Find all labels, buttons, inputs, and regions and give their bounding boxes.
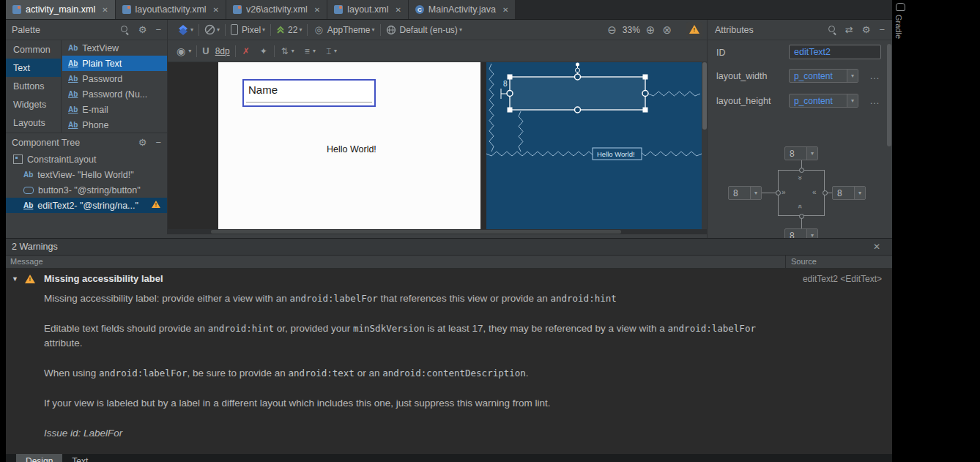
blueprint-textview-label: Hello World! <box>597 150 635 158</box>
api-level-selector[interactable]: 22 <box>288 25 297 35</box>
palette-item-phone[interactable]: AbPhone <box>62 117 167 133</box>
close-icon[interactable]: ✕ <box>873 242 880 252</box>
chevron-down-icon[interactable]: ▾ <box>806 229 817 238</box>
palette-category-widgets[interactable]: Widgets <box>6 95 61 113</box>
tab-label: layout\activity.xml <box>136 4 207 15</box>
zoom-fit-icon[interactable]: ⊗ <box>661 24 673 35</box>
search-icon[interactable] <box>120 25 130 34</box>
canvas-horizontal-scrollbar[interactable] <box>167 229 707 234</box>
canvas-vertical-scrollbar[interactable] <box>702 62 707 229</box>
tab-layout-xml[interactable]: layout.xml ✕ <box>327 0 409 19</box>
warning-title: Missing accessibility label <box>44 273 163 284</box>
swap-views-icon[interactable]: ⇄ <box>844 25 855 34</box>
chevron-down-icon[interactable]: ▾ <box>750 187 761 199</box>
close-icon[interactable]: ✕ <box>395 6 401 14</box>
close-icon[interactable]: ✕ <box>102 6 108 14</box>
autoconnect-icon[interactable]: U <box>202 45 209 56</box>
attributes-scrollbar[interactable] <box>887 44 891 146</box>
scrollbar-thumb[interactable] <box>211 230 621 234</box>
id-input[interactable]: editText2 <box>789 45 881 59</box>
canvas-textview-widget[interactable]: Hello World! <box>327 144 376 154</box>
design-surface-icon[interactable] <box>178 24 189 35</box>
gradle-tool-button[interactable]: Gradle <box>894 15 903 39</box>
warning-list-item[interactable]: ▼ Missing accessibility label editText2 … <box>6 269 892 287</box>
chevron-down-icon[interactable]: ▾ <box>847 94 858 107</box>
gear-icon[interactable]: ⚙ <box>137 138 149 147</box>
minimize-icon[interactable]: − <box>154 25 163 34</box>
warning-paragraph: When using android:labelFor, be sure to … <box>44 366 780 381</box>
chevron-down-icon[interactable]: ▾ <box>854 187 865 199</box>
selected-widget-outline[interactable] <box>510 77 645 110</box>
search-icon[interactable] <box>828 25 837 34</box>
chevron-down-icon: ▾ <box>313 48 316 54</box>
tab-activity-main-xml[interactable]: activity_main.xml ✕ <box>6 0 116 19</box>
theme-selector[interactable]: AppTheme <box>327 25 371 35</box>
close-icon[interactable]: ✕ <box>213 6 219 14</box>
layout-height-combo[interactable]: p_content ▾ <box>789 94 858 108</box>
column-divider[interactable] <box>785 256 786 268</box>
message-column-header[interactable]: Message <box>10 257 43 266</box>
margin-bottom-combo[interactable]: 8 ▾ <box>784 228 818 238</box>
palette-category-buttons[interactable]: Buttons <box>6 77 61 95</box>
view-options-icon[interactable]: ◉ <box>175 46 187 56</box>
locale-selector[interactable]: Default (en-us) <box>400 25 458 35</box>
guidelines-icon[interactable]: ⌶ <box>324 47 333 56</box>
constraint-anchor-right[interactable] <box>823 190 828 195</box>
constraint-anchor-left[interactable] <box>776 190 781 195</box>
align-icon[interactable]: ≡ <box>303 47 311 56</box>
palette-panel: Common Text Buttons Widgets Layouts AbTe… <box>6 40 167 133</box>
show-warnings-button[interactable] <box>686 22 702 38</box>
zoom-in-icon[interactable]: ⊕ <box>645 24 657 35</box>
minimize-icon[interactable]: − <box>877 25 886 34</box>
layout-width-more-button[interactable]: ... <box>870 71 880 81</box>
palette-item-password-numeric[interactable]: AbPassword (Nu... <box>62 86 167 102</box>
gear-icon[interactable]: ⚙ <box>137 25 149 34</box>
top-anchor-dot[interactable] <box>576 68 580 72</box>
chevron-down-icon[interactable]: ▾ <box>847 70 858 82</box>
palette-category-common[interactable]: Common <box>6 40 61 59</box>
margin-left-combo[interactable]: 8 ▾ <box>728 186 762 200</box>
margin-top-combo[interactable]: 8 ▾ <box>784 146 818 160</box>
blueprint-mode-icon[interactable] <box>204 24 215 35</box>
clear-constraints-icon[interactable]: ✗ <box>241 47 251 56</box>
zoom-out-icon[interactable]: ⊖ <box>606 24 618 35</box>
tab-text[interactable]: Text <box>62 454 97 462</box>
close-icon[interactable]: ✕ <box>502 6 508 14</box>
canvas-edittext-widget[interactable]: Name <box>242 79 376 107</box>
gradle-icon <box>896 3 905 11</box>
tab-layout-activity-xml[interactable]: layout\activity.xml ✕ <box>116 0 226 19</box>
minimize-icon[interactable]: − <box>154 138 163 147</box>
infer-constraints-icon[interactable]: ✦ <box>259 47 269 56</box>
tab-v26-activity-xml[interactable]: v26\activity.xml ✕ <box>226 0 327 19</box>
tree-item-button3[interactable]: button3- "@string/button" <box>6 182 167 198</box>
palette-item-plain-text[interactable]: AbPlain Text <box>62 56 167 71</box>
layout-width-combo[interactable]: p_content ▾ <box>789 69 858 83</box>
tree-item-constraintlayout[interactable]: ConstraintLayout <box>6 152 167 167</box>
constraint-anchor-bottom[interactable] <box>799 214 804 219</box>
close-icon[interactable]: ✕ <box>314 6 320 14</box>
id-label: ID <box>716 48 726 58</box>
palette-category-text[interactable]: Text <box>6 59 61 77</box>
palette-item-email[interactable]: AbE-mail <box>62 102 167 117</box>
default-margin-selector[interactable]: 8dp <box>215 46 230 56</box>
constraint-anchor-top[interactable] <box>799 168 804 173</box>
tree-item-textview[interactable]: Ab textView- "Hello World!" <box>6 167 167 182</box>
pack-icon[interactable]: ⇅ <box>280 47 290 56</box>
gear-icon[interactable]: ⚙ <box>861 25 872 34</box>
margin-right-combo[interactable]: 8 ▾ <box>832 186 866 200</box>
editor-tab-bar: activity_main.xml ✕ layout\activity.xml … <box>6 0 892 20</box>
warning-icon <box>689 25 699 34</box>
palette-item-password[interactable]: AbPassword <box>62 71 167 86</box>
device-selector[interactable]: Pixel <box>242 25 261 35</box>
api-level-icon <box>276 26 285 34</box>
expand-arrow-icon[interactable]: ▼ <box>12 275 25 283</box>
palette-category-layouts[interactable]: Layouts <box>6 113 61 132</box>
tab-design[interactable]: Design <box>16 454 62 462</box>
tab-mainactivity-java[interactable]: C MainActivity.java ✕ <box>409 0 516 19</box>
palette-item-textview[interactable]: AbTextView <box>62 40 167 56</box>
layout-height-more-button[interactable]: ... <box>870 96 880 106</box>
tree-item-edittext2[interactable]: Ab editText2- "@string/na..." <box>6 198 167 213</box>
source-column-header[interactable]: Source <box>791 257 817 266</box>
chevron-down-icon[interactable]: ▾ <box>806 147 817 160</box>
component-tree-header: Component Tree ⚙ − <box>6 133 167 152</box>
